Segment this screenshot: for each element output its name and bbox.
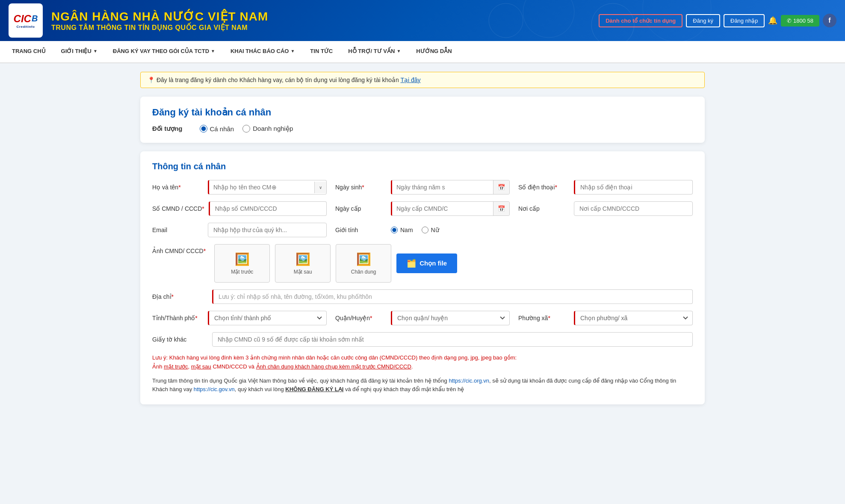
registration-title: Đăng ký tài khoản cá nhân — [152, 107, 693, 118]
row-3: Email Giới tính Nam Nữ — [152, 223, 693, 237]
calendar-icon[interactable]: 📅 — [493, 180, 509, 194]
phuong-xa-label: Phường xã* — [518, 315, 570, 321]
ho-ten-input[interactable] — [209, 180, 314, 194]
phone-btn[interactable]: ✆ 1800 58 — [781, 15, 819, 27]
ngay-cap-input[interactable] — [392, 202, 493, 215]
registration-card: Đăng ký tài khoản cá nhân Đối tượng Cá n… — [140, 97, 705, 143]
notice-link[interactable]: Tại đây — [400, 77, 420, 83]
note-cic-gov-link[interactable]: https://cic.gov.vn — [194, 386, 235, 392]
calendar-ngay-cap-icon[interactable]: 📅 — [493, 202, 509, 215]
nav-item-gioi-thieu[interactable]: GIỚI THIỆU ▼ — [53, 41, 105, 62]
so-dien-thoai-input[interactable] — [574, 180, 693, 195]
chevron-down-icon: ▼ — [93, 49, 98, 53]
ngay-sinh-group: Ngày sinh* 📅 — [335, 180, 510, 195]
row-7: Giấy tờ khác — [152, 332, 693, 347]
nav-item-tin-tuc[interactable]: TIN TỨC — [302, 41, 340, 62]
note-mat-truoc-link[interactable]: mặt trước — [164, 363, 188, 370]
logo-brand: Creditinfo — [14, 25, 38, 29]
ngay-cap-group: Ngày cấp 📅 — [335, 201, 510, 216]
so-cmnd-input[interactable] — [209, 201, 327, 216]
row-4: Ảnh CMND/ CCCD* 🖼️ Mặt trước 🖼️ Mặt sau … — [152, 244, 693, 283]
ngay-cap-input-wrapper: 📅 — [391, 201, 510, 216]
gender-nam[interactable]: Nam — [391, 227, 413, 233]
note-blue: Trung tâm thông tin tín dụng Quốc gia Vi… — [152, 377, 693, 395]
header-subtitle: TRUNG TÂM THÔNG TIN TÍN DỤNG QUỐC GIA VI… — [51, 24, 599, 32]
note-cic-org-link[interactable]: https://cic.org.vn — [449, 377, 489, 384]
header: CIC B Creditinfo NGÂN HÀNG NHÀ NƯỚC VIỆT… — [0, 0, 845, 41]
ngay-sinh-input[interactable] — [392, 180, 493, 194]
noi-cap-input[interactable] — [574, 201, 693, 216]
doi-tuong-label: Đối tượng — [152, 125, 183, 133]
upload-mat-truoc[interactable]: 🖼️ Mặt trước — [214, 244, 270, 283]
tinh-thanh-pho-label: Tỉnh/Thành phố* — [152, 315, 204, 321]
radio-group: Cá nhân Doanh nghiệp — [200, 125, 293, 133]
radio-doanh-nghiep-input[interactable] — [242, 125, 250, 133]
phuong-xa-select[interactable]: Chọn phường/ xã — [574, 311, 693, 325]
logo-b: B — [32, 14, 38, 24]
bell-icon[interactable]: 🔔 — [768, 16, 777, 25]
radio-doanh-nghiep-label: Doanh nghiệp — [253, 125, 293, 133]
upload-chan-dung[interactable]: 🖼️ Chân dung — [336, 244, 391, 283]
ho-ten-dropdown-arrow[interactable]: ∨ — [314, 182, 326, 193]
btn-register[interactable]: Đăng ký — [686, 14, 720, 27]
email-input[interactable] — [208, 223, 327, 237]
phuong-xa-group: Phường xã* Chọn phường/ xã — [518, 311, 693, 325]
gender-nu[interactable]: Nữ — [422, 227, 439, 233]
nav-item-huong-dan[interactable]: HƯỚNG DẪN — [408, 41, 459, 62]
header-actions: Dành cho tổ chức tín dụng Đăng ký Đăng n… — [599, 14, 836, 27]
dia-chi-input[interactable] — [212, 289, 693, 304]
nav-item-ho-tro[interactable]: HỖ TRỢ/ TƯ VẤN ▼ — [340, 41, 408, 62]
quan-huyen-label: Quận/Huyện* — [335, 315, 387, 321]
header-main-title: NGÂN HÀNG NHÀ NƯỚC VIỆT NAM — [51, 9, 599, 24]
radio-doanh-nghiep[interactable]: Doanh nghiệp — [242, 125, 293, 133]
personal-info-card: Thông tin cá nhân Họ và tên* ∨ Ngày sinh… — [140, 151, 705, 404]
gender-nu-label: Nữ — [431, 227, 439, 233]
tinh-thanh-pho-select[interactable]: Chọn tỉnh/ thành phố — [208, 311, 327, 325]
main-content: 📍 Đây là trang đăng ký dành cho Khách hà… — [123, 63, 722, 421]
navigation: TRANG CHỦ GIỚI THIỆU ▼ ĐĂNG KÝ VAY THEO … — [0, 41, 845, 63]
choose-file-button[interactable]: 🗂️ Chọn file — [396, 253, 457, 273]
notice-icon: 📍 — [148, 77, 155, 83]
logo-box: CIC B Creditinfo — [9, 3, 43, 38]
note-blue-end: , quý khách vui lòng — [235, 386, 286, 392]
gender-nam-label: Nam — [400, 227, 413, 233]
facebook-icon[interactable]: f — [823, 14, 836, 27]
ho-ten-input-wrapper: ∨ — [208, 180, 327, 195]
upload-mat-truoc-icon: 🖼️ — [235, 252, 250, 266]
tinh-thanh-pho-group: Tỉnh/Thành phố* Chọn tỉnh/ thành phố — [152, 311, 327, 325]
upload-mat-sau[interactable]: 🖼️ Mặt sau — [275, 244, 331, 283]
radio-ca-nhan[interactable]: Cá nhân — [200, 125, 234, 133]
note-mat-sau-link[interactable]: mặt sau — [191, 363, 211, 370]
so-cmnd-group: Số CMND / CCCD* — [152, 201, 327, 216]
ho-ten-group: Họ và tên* ∨ — [152, 180, 327, 195]
btn-login[interactable]: Đăng nhập — [724, 14, 765, 27]
dia-chi-label: Địa chỉ* — [152, 293, 204, 300]
image-upload-container: 🖼️ Mặt trước 🖼️ Mặt sau 🖼️ Chân dung 🗂️ … — [214, 244, 457, 283]
note-chan-dung-link[interactable]: Ảnh chân dung khách hàng chụp kèm mặt tr… — [256, 363, 411, 370]
nav-item-khai-thac[interactable]: KHAI THÁC BÁO CÁO ▼ — [223, 41, 302, 62]
ho-ten-label: Họ và tên* — [152, 184, 204, 191]
logo-cic: CIC — [14, 13, 31, 25]
anh-cmnd-label: Ảnh CMND/ CCCD* — [152, 244, 206, 254]
radio-ca-nhan-label: Cá nhân — [210, 125, 234, 133]
email-label: Email — [152, 227, 204, 233]
logo-area: CIC B Creditinfo — [9, 3, 43, 38]
btn-org[interactable]: Dành cho tổ chức tín dụng — [599, 14, 682, 27]
row-6: Tỉnh/Thành phố* Chọn tỉnh/ thành phố Quậ… — [152, 311, 693, 325]
giay-to-khac-label: Giấy tờ khác — [152, 336, 204, 343]
radio-ca-nhan-input[interactable] — [200, 125, 207, 133]
note-red-detail-pre: Ảnh mặt trước, mặt sau CMND/CCCD và Ảnh … — [152, 363, 413, 370]
quan-huyen-select[interactable]: Chọn quận/ huyện — [391, 311, 510, 325]
giay-to-khac-input[interactable] — [212, 332, 693, 347]
upload-mat-sau-icon: 🖼️ — [295, 252, 310, 266]
upload-chan-dung-label: Chân dung — [351, 269, 376, 275]
note-red-text: Lưu ý: Khách hàng vui lòng đính kèm 3 ản… — [152, 354, 517, 361]
so-dien-thoai-group: Số điện thoại* — [518, 180, 693, 195]
header-title: NGÂN HÀNG NHÀ NƯỚC VIỆT NAM TRUNG TÂM TH… — [51, 9, 599, 32]
row-1: Họ và tên* ∨ Ngày sinh* 📅 Số điện thoại* — [152, 180, 693, 195]
nav-item-trang-chu[interactable]: TRANG CHỦ — [4, 41, 53, 62]
gender-nam-input[interactable] — [391, 227, 398, 233]
note-red: Lưu ý: Khách hàng vui lòng đính kèm 3 ản… — [152, 354, 693, 371]
nav-item-dang-ky-vay[interactable]: ĐĂNG KÝ VAY THEO GÓI CỦA TCTD ▼ — [105, 41, 223, 62]
gender-nu-input[interactable] — [422, 227, 428, 233]
